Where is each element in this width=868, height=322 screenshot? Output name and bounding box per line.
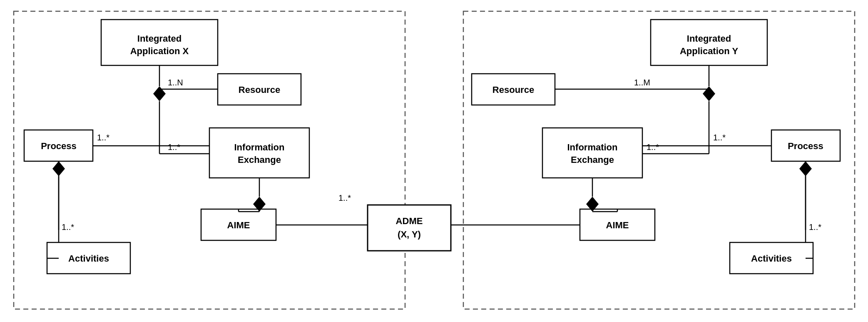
right-ie-label2: Exchange: [571, 154, 614, 165]
left-1n-label: 1..N: [168, 78, 183, 87]
right-aime-label: AIME: [606, 220, 629, 230]
left-ie-label1: Information: [234, 142, 284, 152]
right-resource-label: Resource: [492, 84, 534, 95]
right-1m-label: 1..M: [634, 78, 650, 87]
left-activities-1star: 1..*: [62, 222, 74, 232]
right-process-1star: 1..*: [713, 133, 726, 142]
right-1star-ie-label: 1..*: [647, 142, 659, 152]
left-process-1star: 1..*: [97, 133, 109, 142]
adme-label1: ADME: [395, 215, 423, 226]
left-ie-label2: Exchange: [238, 154, 281, 165]
left-activities-label: Activities: [68, 253, 109, 263]
right-process-label: Process: [788, 140, 823, 151]
right-integrated-app-label: Integrated: [686, 33, 731, 43]
left-1star-ie-label: 1..*: [168, 142, 180, 152]
left-ie-box: [209, 128, 309, 178]
left-process-label: Process: [41, 140, 77, 151]
left-resource-label: Resource: [238, 84, 280, 95]
right-activities-label: Activities: [751, 253, 792, 263]
left-process-diamond: [52, 161, 65, 176]
left-integrated-app-label: Integrated: [137, 33, 181, 43]
diagram-container: Integrated Application X Resource Inform…: [5, 5, 863, 317]
left-aime-label: AIME: [227, 220, 250, 230]
right-ie-box: [542, 128, 642, 178]
adme-box: [368, 205, 451, 251]
right-ie-label1: Information: [567, 142, 617, 152]
left-app-diamond: [153, 86, 166, 101]
adme-1star-left: 1..*: [338, 193, 351, 202]
right-process-diamond: [799, 161, 812, 176]
right-integrated-app-label2: Application Y: [679, 45, 738, 56]
adme-label2: (X, Y): [398, 229, 421, 239]
right-activities-1star: 1..*: [809, 222, 821, 232]
left-integrated-app-label2: Application X: [130, 45, 189, 56]
right-app-diamond: [703, 86, 715, 101]
